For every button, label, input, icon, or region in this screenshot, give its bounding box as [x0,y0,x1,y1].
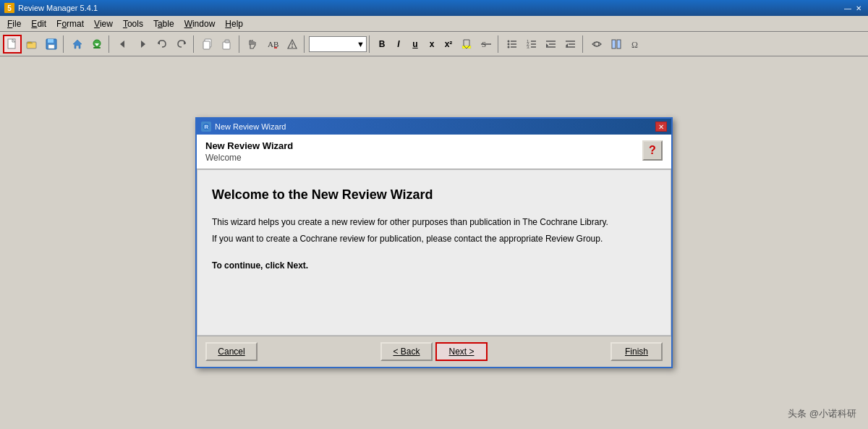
dialog-icon: R [201,122,211,132]
svg-text:3.: 3. [527,45,530,49]
wizard-welcome-title: Welcome to the New Review Wizard [212,187,656,203]
open-button[interactable] [22,35,41,54]
home-button[interactable] [68,35,87,54]
toolbar-separator-1 [63,35,66,53]
menu-help[interactable]: Help [221,17,247,30]
redo-button[interactable] [172,35,191,54]
svg-rect-10 [93,47,101,48]
menu-tools[interactable]: Tools [119,17,148,30]
highlight-btn[interactable] [457,35,476,54]
svg-point-28 [508,43,510,45]
svg-rect-48 [617,40,621,48]
strikethrough-btn[interactable]: S [477,35,495,54]
new-review-wizard-dialog: R New Review Wizard ✕ New Review Wizard … [195,117,673,368]
svg-text:ABC: ABC [268,40,278,48]
dialog-title-text: New Review Wizard [215,122,286,131]
dialog-header-title: New Review Wizard [205,140,293,151]
spell-check-btn[interactable]: ABC [263,35,282,54]
menu-table[interactable]: Table [149,17,179,30]
font-size-dropdown[interactable]: ▼ [309,36,367,52]
menu-edit[interactable]: Edit [27,17,51,30]
toolbar: ABC ▼ B I u x x² S 1.2.3. Ω [0,32,868,56]
wizard-continue-text: To continue, click Next. [212,260,656,271]
format-extra-btn[interactable] [587,35,606,54]
app-title: Review Manager 5.4.1 [18,4,98,12]
wizard-paragraph-2: If you want to create a Cochrane review … [212,232,656,246]
hand-tool-btn[interactable] [244,35,263,54]
download-button[interactable] [88,35,106,54]
dialog-header-text: New Review Wizard Welcome [205,140,293,163]
toolbar-separator-2 [109,35,111,53]
footer-left: Cancel [205,342,258,361]
toolbar-separator-4 [239,35,242,53]
symbol-btn[interactable]: Ω [626,35,645,54]
svg-text:R: R [205,124,209,130]
dialog-overlay: R New Review Wizard ✕ New Review Wizard … [0,56,868,429]
title-bar-controls: — ✕ [843,3,864,13]
title-bar-left: 5 Review Manager 5.4.1 [4,3,98,13]
dialog-close-button[interactable]: ✕ [655,122,667,132]
subscript-button[interactable]: x [424,36,440,52]
list-unordered-btn[interactable] [503,35,522,54]
dialog-title-left: R New Review Wizard [201,122,286,132]
svg-point-26 [508,40,510,42]
insert-btn[interactable] [283,35,302,54]
wizard-paragraph-1: This wizard helps you create a new revie… [212,216,656,229]
paste-btn[interactable] [218,35,237,54]
svg-rect-47 [612,40,616,48]
menu-window[interactable]: Window [180,17,220,30]
dialog-header: New Review Wizard Welcome ? [197,135,671,169]
dialog-title-bar: R New Review Wizard ✕ [197,119,671,135]
footer-right: Finish [610,342,663,361]
svg-marker-12 [141,41,145,48]
toolbar-separator-6 [369,35,372,53]
help-button[interactable]: ? [642,140,663,161]
svg-rect-16 [203,41,210,49]
forward-nav-button[interactable] [133,35,152,54]
close-button[interactable]: ✕ [854,3,864,13]
italic-button[interactable]: I [391,36,407,52]
svg-point-30 [508,46,510,48]
superscript-button[interactable]: x² [441,36,456,52]
copy-btn[interactable] [198,35,217,54]
toolbar-separator-7 [498,35,501,53]
bold-button[interactable]: B [374,36,390,52]
list-ordered-btn[interactable]: 1.2.3. [522,35,541,54]
cancel-button[interactable]: Cancel [205,342,258,361]
toolbar-separator-3 [193,35,196,53]
menu-format[interactable]: Format [52,17,88,30]
toolbar-separator-5 [304,35,307,53]
dialog-footer: Cancel < Back Next > Finish [197,336,671,367]
minimize-button[interactable]: — [843,3,853,13]
svg-rect-5 [48,39,54,43]
new-document-button[interactable] [3,35,22,54]
main-content: R New Review Wizard ✕ New Review Wizard … [0,56,868,429]
underline-button[interactable]: u [407,36,423,52]
footer-center: < Back Next > [380,342,488,361]
svg-marker-7 [73,40,82,48]
svg-text:Ω: Ω [631,40,638,50]
svg-marker-11 [120,41,124,48]
svg-rect-18 [225,40,229,43]
svg-rect-6 [48,45,54,48]
app-icon: 5 [4,3,14,13]
indent-increase-btn[interactable] [542,35,561,54]
next-button[interactable]: Next > [435,342,488,361]
watermark: 头条 @小诺科研 [788,407,856,420]
menu-view[interactable]: View [90,17,117,30]
menu-file[interactable]: File [3,17,25,30]
dialog-body: Welcome to the New Review Wizard This wi… [197,169,671,336]
undo-button[interactable] [153,35,171,54]
back-button[interactable]: < Back [380,342,433,361]
svg-point-46 [595,42,599,46]
svg-point-22 [292,46,293,48]
title-bar: 5 Review Manager 5.4.1 — ✕ [0,0,868,16]
menu-bar: File Edit Format View Tools Table Window… [0,16,868,32]
back-nav-button[interactable] [114,35,132,54]
save-button[interactable] [42,35,61,54]
dialog-header-subtitle: Welcome [205,153,293,163]
toolbar-separator-8 [582,35,585,53]
indent-decrease-btn[interactable] [561,35,580,54]
finish-button[interactable]: Finish [610,342,663,361]
format-extra2-btn[interactable] [607,35,626,54]
